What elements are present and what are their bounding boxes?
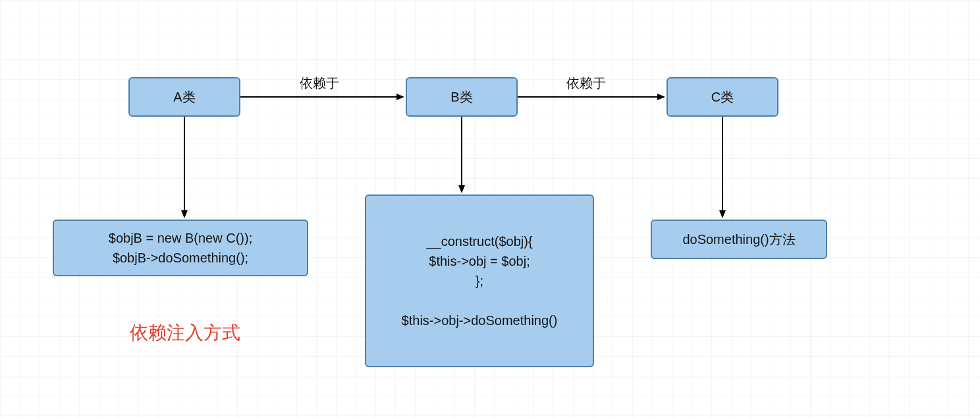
node-class-c: C类 [667,77,778,117]
node-class-a: A类 [128,77,240,117]
node-class-b-label: B类 [450,88,472,106]
node-a-code-text: $objB = new B(new C()); $objB->doSomethi… [109,228,252,268]
edge-label-b-c: 依赖于 [566,75,606,92]
node-class-b: B类 [406,77,518,117]
node-c-code-text: doSomething()方法 [682,229,795,249]
node-class-a-label: A类 [173,88,195,106]
diagram-caption: 依赖注入方式 [130,320,240,345]
node-b-code: __construct($obj){ $this->obj = $obj; };… [365,194,594,367]
node-a-code: $objB = new B(new C()); $objB->doSomethi… [53,220,308,276]
node-class-c-label: C类 [711,88,734,106]
edge-label-a-b: 依赖于 [300,75,339,92]
node-c-code: doSomething()方法 [651,220,827,259]
node-b-code-text: __construct($obj){ $this->obj = $obj; };… [402,231,558,330]
